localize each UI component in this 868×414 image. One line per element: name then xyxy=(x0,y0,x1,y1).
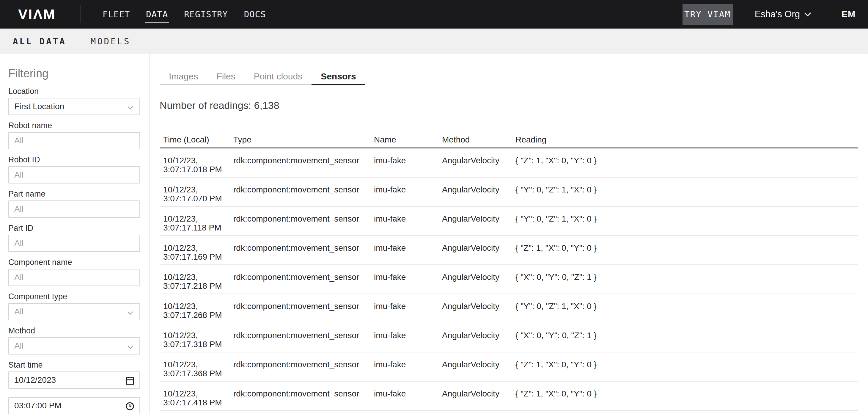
column-header-name: Name xyxy=(374,135,439,145)
cell-name: imu-fake xyxy=(374,156,439,165)
time-input[interactable]: 03:07:00 PM xyxy=(8,397,140,414)
input-placeholder: All xyxy=(14,136,24,145)
cell-name: imu-fake xyxy=(374,360,439,369)
tab-files[interactable]: Files xyxy=(207,68,244,85)
subnav-tab-all-data[interactable]: ALL DATA xyxy=(13,36,66,47)
field-label: Part name xyxy=(8,189,140,199)
cell-name: imu-fake xyxy=(374,273,439,282)
input-placeholder: All xyxy=(14,307,24,317)
cell-method: AngularVelocity xyxy=(442,273,513,282)
clock-icon xyxy=(125,402,135,411)
cell-type: rdk:component:movement_sensor xyxy=(234,156,371,165)
text-input[interactable]: All xyxy=(8,201,140,218)
chevron-down-icon xyxy=(127,343,133,349)
cell-reading: { "Z": 1, "X": 0, "Y": 0 } xyxy=(516,244,597,253)
cell-reading: { "Y": 0, "Z": 1, "X": 0 } xyxy=(516,214,597,224)
field-label: Method xyxy=(8,326,140,335)
select-input[interactable]: All xyxy=(8,303,140,320)
date-input[interactable]: 10/12/2023 xyxy=(8,372,140,389)
cell-type: rdk:component:movement_sensor xyxy=(234,389,371,398)
input-value: 03:07:00 PM xyxy=(14,401,62,410)
table-row[interactable]: 10/12/23, 3:07:17.268 PMrdk:component:mo… xyxy=(160,294,858,323)
cell-time: 10/12/23, 3:07:17.118 PM xyxy=(163,214,230,232)
filter-sidebar: Filtering LocationFirst LocationRobot na… xyxy=(0,54,150,414)
table-row[interactable]: 10/12/23, 3:07:17.118 PMrdk:component:mo… xyxy=(160,207,858,236)
cell-name: imu-fake xyxy=(374,389,439,398)
try-viam-button[interactable]: TRY VIAM xyxy=(683,4,733,25)
viam-logo[interactable]: VIΛM xyxy=(18,6,56,22)
cell-method: AngularVelocity xyxy=(442,302,513,311)
tab-sensors[interactable]: Sensors xyxy=(312,68,365,85)
cell-method: AngularVelocity xyxy=(442,389,513,398)
tab-point-clouds[interactable]: Point clouds xyxy=(245,68,312,85)
cell-name: imu-fake xyxy=(374,331,439,340)
filter-field-robot-name: Robot nameAll xyxy=(8,121,140,149)
cell-method: AngularVelocity xyxy=(442,156,513,165)
nav-item-docs[interactable]: DOCS xyxy=(244,5,266,24)
cell-time: 10/12/23, 3:07:17.268 PM xyxy=(163,302,230,320)
chevron-down-icon xyxy=(127,104,133,109)
nav-divider xyxy=(81,5,81,23)
text-input[interactable]: All xyxy=(8,166,140,183)
filter-field-part-name: Part nameAll xyxy=(8,189,140,218)
sensor-readings-table: Time (Local)TypeNameMethodReading 10/12/… xyxy=(160,128,858,411)
cell-method: AngularVelocity xyxy=(442,185,513,194)
scrollbar-track[interactable] xyxy=(866,54,866,414)
input-value: First Location xyxy=(14,102,64,111)
viam-data-page: VIΛM FLEETDATAREGISTRYDOCS TRY VIAM Esha… xyxy=(0,0,868,414)
text-input[interactable]: All xyxy=(8,269,140,286)
cell-reading: { "X": 0, "Y": 0, "Z": 1 } xyxy=(516,273,597,282)
select-input[interactable]: First Location xyxy=(8,98,140,115)
nav-item-label: DOCS xyxy=(244,9,266,19)
cell-time: 10/12/23, 3:07:17.018 PM xyxy=(163,156,230,174)
table-row[interactable]: 10/12/23, 3:07:17.018 PMrdk:component:mo… xyxy=(160,148,858,178)
nav-item-data[interactable]: DATA xyxy=(146,5,168,24)
cell-time: 10/12/23, 3:07:17.418 PM xyxy=(163,389,230,407)
table-body: 10/12/23, 3:07:17.018 PMrdk:component:mo… xyxy=(160,148,858,411)
cell-method: AngularVelocity xyxy=(442,214,513,224)
nav-item-fleet[interactable]: FLEET xyxy=(102,5,130,24)
table-row[interactable]: 10/12/23, 3:07:17.218 PMrdk:component:mo… xyxy=(160,265,858,294)
filter-field-component-name: Component nameAll xyxy=(8,258,140,286)
cell-time: 10/12/23, 3:07:17.218 PM xyxy=(163,273,230,291)
input-placeholder: All xyxy=(14,204,24,214)
text-input[interactable]: All xyxy=(8,235,140,252)
text-input[interactable]: All xyxy=(8,132,140,149)
top-nav: VIΛM FLEETDATAREGISTRYDOCS TRY VIAM Esha… xyxy=(0,0,868,29)
nav-item-label: DATA xyxy=(146,9,168,19)
tab-images[interactable]: Images xyxy=(160,68,207,85)
org-name: Esha's Org xyxy=(755,9,800,20)
table-row[interactable]: 10/12/23, 3:07:17.418 PMrdk:component:mo… xyxy=(160,382,858,411)
nav-item-registry[interactable]: REGISTRY xyxy=(184,5,228,24)
org-switcher[interactable]: Esha's Org xyxy=(755,9,810,20)
cell-type: rdk:component:movement_sensor xyxy=(234,244,371,253)
input-placeholder: All xyxy=(14,341,24,351)
field-label: Start time xyxy=(8,360,140,370)
user-avatar[interactable]: EM xyxy=(841,9,856,19)
subnav-tab-models[interactable]: MODELS xyxy=(91,36,131,47)
cell-type: rdk:component:movement_sensor xyxy=(234,185,371,194)
field-label: Component name xyxy=(8,258,140,267)
cell-name: imu-fake xyxy=(374,214,439,224)
nav-item-label: REGISTRY xyxy=(184,9,228,19)
field-label: Part ID xyxy=(8,224,140,233)
input-placeholder: All xyxy=(14,273,24,282)
column-header-type: Type xyxy=(234,135,371,145)
field-label: Robot ID xyxy=(8,155,140,165)
cell-reading: { "Z": 1, "X": 0, "Y": 0 } xyxy=(516,360,597,369)
cell-name: imu-fake xyxy=(374,302,439,311)
cell-time: 10/12/23, 3:07:17.070 PM xyxy=(163,185,230,203)
nav-item-label: FLEET xyxy=(102,9,130,19)
table-row[interactable]: 10/12/23, 3:07:17.169 PMrdk:component:mo… xyxy=(160,236,858,265)
table-row[interactable]: 10/12/23, 3:07:17.318 PMrdk:component:mo… xyxy=(160,323,858,352)
select-input[interactable]: All xyxy=(8,337,140,355)
filter-field-part-id: Part IDAll xyxy=(8,224,140,252)
table-row[interactable]: 10/12/23, 3:07:17.368 PMrdk:component:mo… xyxy=(160,352,858,382)
filter-field-method: MethodAll xyxy=(8,326,140,355)
filter-fields: LocationFirst LocationRobot nameAllRobot… xyxy=(8,87,140,414)
table-header-row: Time (Local)TypeNameMethodReading xyxy=(160,128,858,148)
filter-heading: Filtering xyxy=(8,66,140,81)
table-row[interactable]: 10/12/23, 3:07:17.070 PMrdk:component:mo… xyxy=(160,178,858,207)
chevron-down-icon xyxy=(127,309,133,314)
cell-type: rdk:component:movement_sensor xyxy=(234,360,371,369)
